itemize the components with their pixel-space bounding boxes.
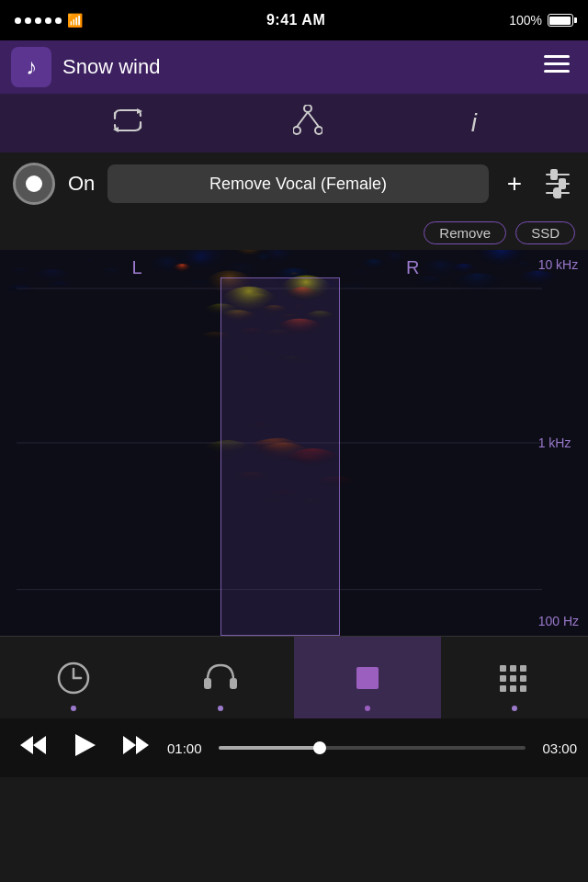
- svg-rect-15: [356, 667, 379, 689]
- clock-icon: [55, 660, 92, 696]
- channel-right-label: R: [406, 257, 419, 278]
- playback-controls: 01:00 03:00: [0, 718, 588, 777]
- toggle-inner: [26, 175, 42, 192]
- svg-rect-13: [204, 678, 211, 689]
- signal-dots: [15, 17, 62, 24]
- track-title: Snow wind: [62, 55, 526, 79]
- status-right: 100%: [509, 13, 573, 28]
- info-button[interactable]: i: [464, 101, 484, 145]
- svg-marker-25: [33, 736, 46, 754]
- effect-row: On Remove Vocal (Female) +: [0, 153, 588, 215]
- svg-rect-24: [520, 685, 526, 692]
- tab-grid[interactable]: [441, 637, 588, 718]
- effect-name-button[interactable]: Remove Vocal (Female): [107, 164, 488, 203]
- battery-percent: 100%: [509, 13, 542, 28]
- tab-headphones[interactable]: [147, 637, 294, 718]
- selection-box[interactable]: [220, 277, 340, 636]
- battery-icon: [548, 14, 573, 27]
- tab-dot: [218, 706, 223, 711]
- ssd-tag[interactable]: SSD: [515, 221, 575, 244]
- status-bar: 📶 9:41 AM 100%: [0, 0, 588, 40]
- sliders-button[interactable]: [540, 168, 575, 199]
- channel-labels: L R: [0, 257, 551, 278]
- progress-fill: [219, 746, 320, 750]
- progress-bar[interactable]: [219, 746, 526, 750]
- progress-thumb[interactable]: [313, 741, 326, 754]
- svg-rect-2: [544, 70, 570, 73]
- tags-row: Remove SSD: [0, 215, 588, 250]
- svg-marker-28: [123, 736, 136, 754]
- svg-rect-14: [230, 678, 237, 689]
- rewind-button[interactable]: [11, 730, 55, 765]
- current-time: 01:00: [167, 741, 209, 756]
- svg-line-9: [308, 112, 319, 127]
- toggle-button[interactable]: [13, 163, 55, 205]
- effect-name-label: Remove Vocal (Female): [209, 175, 387, 194]
- tab-dot-active: [365, 706, 370, 711]
- svg-point-6: [293, 127, 300, 134]
- play-button[interactable]: [64, 729, 105, 767]
- svg-rect-19: [500, 675, 506, 682]
- svg-rect-20: [510, 675, 516, 682]
- svg-rect-0: [544, 55, 570, 58]
- svg-rect-16: [500, 665, 506, 672]
- music-note-icon: ♪: [26, 54, 37, 80]
- svg-rect-22: [500, 685, 506, 692]
- svg-rect-18: [520, 665, 526, 672]
- toolbar: i: [0, 94, 588, 153]
- headphones-icon: [200, 660, 241, 696]
- svg-marker-27: [75, 734, 96, 756]
- freq-10k-label: 10 kHz: [538, 257, 579, 272]
- svg-marker-29: [136, 736, 149, 754]
- bottom-tabs: [0, 636, 588, 718]
- freq-1k-label: 1 kHz: [538, 435, 579, 450]
- total-time: 03:00: [535, 741, 577, 756]
- svg-marker-26: [20, 736, 33, 754]
- svg-rect-21: [520, 675, 526, 682]
- channel-left-label: L: [132, 257, 142, 278]
- remove-tag[interactable]: Remove: [424, 221, 506, 244]
- frequency-labels: 10 kHz 1 kHz 100 Hz: [538, 250, 579, 636]
- repeat-button[interactable]: [104, 99, 152, 148]
- svg-rect-1: [544, 62, 570, 65]
- on-label: On: [68, 172, 95, 196]
- add-effect-button[interactable]: +: [502, 164, 527, 204]
- status-left: 📶: [15, 13, 83, 28]
- tab-stop[interactable]: [294, 637, 441, 718]
- svg-rect-23: [510, 685, 516, 692]
- menu-icon[interactable]: [537, 48, 577, 86]
- svg-point-5: [304, 105, 311, 112]
- spectrogram-container: L R 10 kHz 1 kHz 100 Hz: [0, 250, 588, 636]
- sliders-icon: [546, 174, 570, 194]
- status-time: 9:41 AM: [266, 12, 325, 28]
- freq-100-label: 100 Hz: [538, 614, 579, 628]
- fork-button[interactable]: [286, 97, 330, 150]
- fast-forward-button[interactable]: [114, 730, 158, 765]
- svg-line-8: [297, 112, 308, 127]
- header: ♪ Snow wind: [0, 40, 588, 94]
- svg-point-7: [315, 127, 322, 134]
- wifi-icon: 📶: [67, 13, 83, 28]
- grid-icon: [494, 660, 535, 696]
- tab-dot: [512, 706, 517, 711]
- svg-rect-17: [510, 665, 516, 672]
- music-icon-button[interactable]: ♪: [11, 47, 51, 87]
- tab-history[interactable]: [0, 637, 147, 718]
- tab-dot: [71, 706, 76, 711]
- stop-icon: [349, 660, 386, 696]
